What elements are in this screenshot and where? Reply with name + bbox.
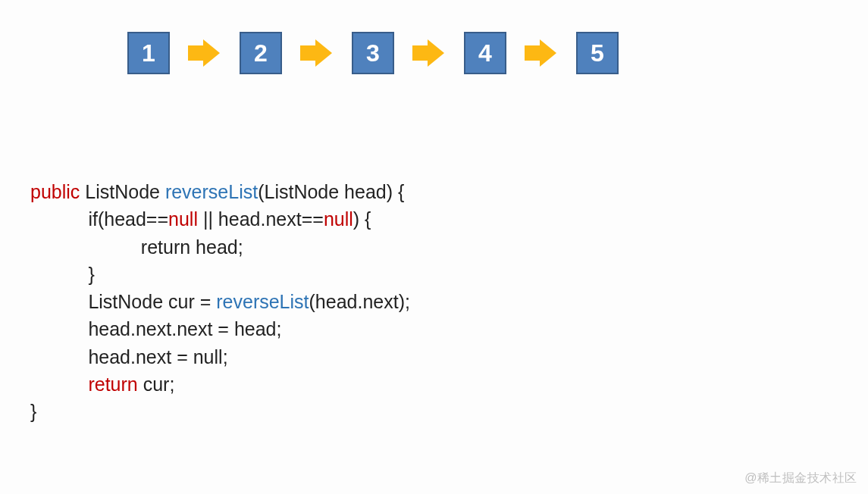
code-text: if(head== bbox=[30, 208, 168, 230]
method-name: reverseList bbox=[165, 181, 258, 202]
code-text: head.next.next = head; bbox=[30, 318, 281, 339]
list-node: 1 bbox=[127, 32, 170, 74]
code-text: || head.next== bbox=[198, 208, 324, 230]
keyword-null: null bbox=[324, 208, 353, 230]
code-text: ListNode cur = bbox=[30, 291, 216, 312]
code-text: (head.next); bbox=[309, 291, 410, 312]
list-node: 2 bbox=[240, 32, 282, 74]
list-node: 4 bbox=[464, 32, 506, 74]
arrow-icon bbox=[412, 39, 446, 67]
list-node: 3 bbox=[352, 32, 394, 74]
keyword-public: public bbox=[30, 181, 80, 202]
code-text: (ListNode head) { bbox=[258, 181, 404, 202]
keyword-null: null bbox=[168, 208, 198, 230]
code-text: cur; bbox=[138, 374, 175, 395]
arrow-icon bbox=[300, 39, 334, 67]
list-node: 5 bbox=[576, 32, 619, 74]
linked-list-diagram: 1 2 3 4 5 bbox=[127, 32, 619, 74]
code-block: public ListNode reverseList(ListNode hea… bbox=[30, 178, 410, 425]
code-text: ) { bbox=[353, 208, 371, 230]
code-text: head.next = null; bbox=[30, 346, 228, 367]
method-name: reverseList bbox=[216, 291, 309, 312]
code-text: ListNode bbox=[80, 181, 165, 202]
code-text: } bbox=[30, 401, 36, 422]
keyword-return: return bbox=[30, 374, 138, 395]
watermark-label: @稀土掘金技术社区 bbox=[744, 471, 857, 486]
code-text: return head; bbox=[30, 236, 243, 258]
code-text: } bbox=[30, 264, 95, 285]
arrow-icon bbox=[188, 39, 221, 67]
arrow-icon bbox=[525, 39, 558, 67]
